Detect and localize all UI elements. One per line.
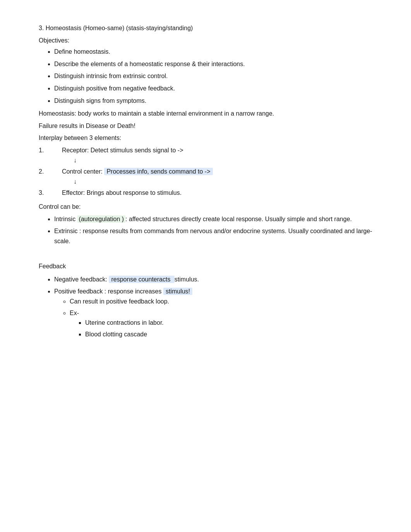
sub-list-item-loop: Can result in positive feedback loop. [70,297,380,307]
sub-sub-list: Uterine contractions in labor. Blood clo… [85,318,380,339]
objectives-label: Objectives: [39,36,380,46]
numbered-item-1: 1. Receptor: Detect stimulus sends signa… [39,145,380,155]
list-item-positive-feedback: Positive feedback : response increases s… [54,286,380,339]
sub-list-item-ex: Ex- Uterine contractions in labor. Blood… [70,308,380,339]
intrinsic-highlight: (autoregulation ) [77,215,126,223]
feedback-label: Feedback [39,261,380,271]
feedback-list: Negative feedback: response counteracts … [54,275,380,339]
item-number: 2. [39,167,62,177]
negative-highlight: response counteracts [109,276,174,283]
positive-rest: : response increases [103,288,163,295]
item-content: Effector: Brings about response to stimu… [62,188,380,198]
failure-text: Failure results in Disease or Death! [39,121,380,131]
numbered-item-2: 2. Control center: Processes info, sends… [39,167,380,177]
numbered-item-3: 3. Effector: Brings about response to st… [39,188,380,198]
list-item: Describe the elements of a homeostatic r… [54,59,380,69]
list-item-intrinsic: Intrinsic (autoregulation ): affected st… [54,214,380,224]
list-item: Distinguish positive from negative feedb… [54,84,380,94]
negative-rest: stimulus. [175,276,199,283]
arrow-1: ↓ [74,155,380,165]
positive-sub-list: Can result in positive feedback loop. Ex… [70,297,380,339]
extrinsic-label: Extrinsic [54,228,79,234]
item-number: 3. [39,188,62,198]
list-item-negative-feedback: Negative feedback: response counteracts … [54,275,380,285]
feedback-section: Feedback Negative feedback: response cou… [39,261,380,339]
homeostasis-definition: Homeostasis: body works to maintain a st… [39,109,380,119]
item-content: Control center: Processes info, sends co… [62,167,380,177]
positive-highlight: stimulus! [163,288,192,295]
negative-label: Negative feedback: [54,276,109,283]
item-content: Receptor: Detect stimulus sends signal t… [62,145,380,155]
list-item: Distinguish signs from symptoms. [54,96,380,106]
numbered-list: 1. Receptor: Detect stimulus sends signa… [39,145,380,198]
sub-sub-item-blood: Blood clotting cascade [85,329,380,339]
control-can-be: Control can be: [39,202,380,212]
item-label: Control center: [62,168,104,175]
intrinsic-label: Intrinsic [54,216,77,222]
list-item: Define homeostasis. [54,47,380,57]
item-number: 1. [39,145,62,155]
list-item-extrinsic: Extrinsic : response results from comman… [54,226,380,246]
interplay-text: Interplay between 3 elements: [39,133,380,143]
intrinsic-rest: : affected structures directly create lo… [125,216,352,222]
sub-sub-item-uterine: Uterine contractions in labor. [85,318,380,328]
extrinsic-rest: : response results from commands from ne… [54,228,372,244]
positive-label: Positive feedback [54,288,103,295]
objectives-list: Define homeostasis. Describe the element… [54,47,380,106]
control-list: Intrinsic (autoregulation ): affected st… [54,214,380,246]
arrow-2: ↓ [74,177,380,187]
item-highlight: Processes info, sends command to -> [104,168,212,175]
list-item: Distinguish intrinsic from extrinsic con… [54,71,380,81]
section-title: 3. Homeostasis (Homeo-same) (stasis-stay… [39,23,380,33]
